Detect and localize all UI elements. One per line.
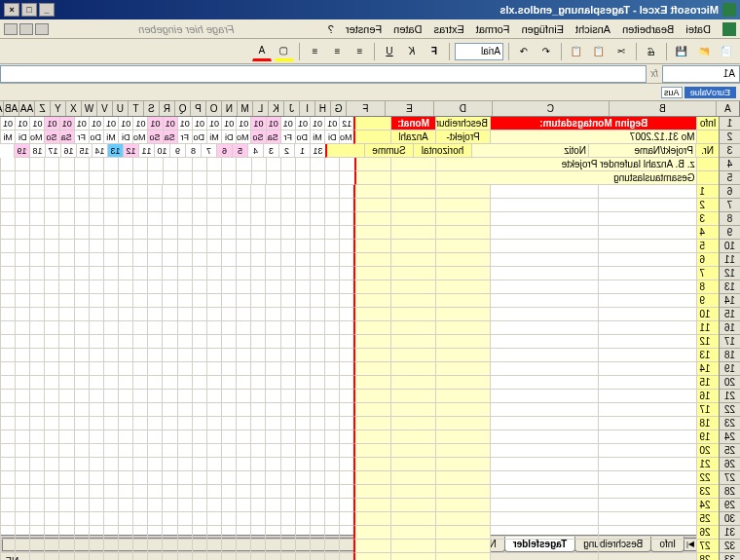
cell[interactable] [353, 526, 389, 540]
cell[interactable] [295, 158, 310, 171]
cell[interactable] [221, 417, 236, 430]
menu-edit[interactable]: Bearbeiten [616, 23, 680, 35]
cell[interactable] [103, 430, 118, 444]
cell[interactable] [280, 226, 295, 240]
cell[interactable]: 13 [696, 349, 719, 362]
menu-insert[interactable]: Einfügen [516, 23, 570, 35]
cell[interactable]: 18 [29, 144, 45, 158]
cell[interactable] [15, 212, 29, 226]
cell[interactable]: 2 [278, 144, 294, 158]
cell[interactable] [162, 240, 176, 253]
cell[interactable] [435, 499, 490, 512]
cell[interactable]: Nr. [695, 144, 719, 158]
cell[interactable] [15, 226, 29, 240]
cell[interactable] [29, 253, 44, 267]
cell[interactable] [250, 362, 265, 376]
cell[interactable] [132, 349, 147, 362]
cell[interactable] [435, 417, 490, 430]
cell[interactable] [103, 308, 118, 321]
cell[interactable] [118, 212, 132, 226]
cell[interactable] [89, 458, 103, 471]
cell[interactable] [89, 321, 103, 335]
cell[interactable] [236, 376, 250, 390]
cell[interactable] [310, 430, 324, 444]
cell[interactable] [58, 540, 73, 553]
cell[interactable] [339, 335, 353, 349]
cell[interactable]: 10 [696, 308, 719, 321]
cell[interactable] [324, 376, 339, 390]
new-icon[interactable]: 📄 [717, 42, 736, 61]
cell[interactable] [118, 458, 132, 471]
cell[interactable] [29, 362, 44, 376]
cell[interactable]: 9 [696, 294, 719, 308]
cell[interactable] [435, 349, 490, 362]
cell[interactable] [295, 526, 310, 540]
cell[interactable] [310, 349, 324, 362]
cell[interactable] [324, 417, 339, 430]
cell[interactable] [324, 485, 339, 499]
cell[interactable]: 01 [236, 117, 250, 131]
cell[interactable] [147, 335, 162, 349]
cell[interactable] [0, 158, 15, 171]
cell[interactable]: Mo 31.12.2007 [490, 131, 696, 144]
cell[interactable] [221, 540, 236, 553]
cell[interactable] [162, 199, 176, 212]
cell[interactable] [435, 308, 490, 321]
maximize-button[interactable]: □ [21, 3, 37, 17]
cell[interactable] [265, 471, 279, 485]
row-header-9[interactable]: 9 [719, 226, 740, 240]
column-header-N[interactable]: N [221, 101, 237, 116]
cell[interactable] [44, 212, 58, 226]
cell[interactable] [310, 512, 324, 526]
cell[interactable] [221, 471, 236, 485]
cell[interactable] [280, 362, 295, 376]
cell[interactable] [490, 512, 598, 526]
cell[interactable] [236, 240, 250, 253]
cell[interactable] [353, 267, 389, 280]
cell[interactable] [221, 321, 236, 335]
cell[interactable]: 5 [232, 144, 247, 158]
cell[interactable] [0, 253, 15, 267]
row-header-12[interactable]: 12 [719, 267, 740, 280]
cell[interactable] [490, 526, 598, 540]
cell[interactable] [0, 212, 15, 226]
cell[interactable] [192, 430, 206, 444]
column-header-P[interactable]: P [190, 101, 205, 116]
cell[interactable] [162, 267, 176, 280]
cell[interactable] [206, 212, 221, 226]
cell[interactable] [265, 212, 279, 226]
cell[interactable]: 01 [310, 117, 324, 131]
cell[interactable] [0, 458, 15, 471]
cell[interactable] [250, 226, 265, 240]
cell[interactable] [324, 185, 339, 199]
cell[interactable] [598, 321, 697, 335]
cell[interactable] [206, 226, 221, 240]
cell[interactable] [236, 171, 250, 185]
cell[interactable] [280, 485, 295, 499]
cell[interactable] [280, 267, 295, 280]
cell[interactable] [250, 499, 265, 512]
cell[interactable] [192, 403, 206, 417]
cell[interactable] [15, 294, 29, 308]
cell[interactable] [177, 158, 192, 171]
cell[interactable] [598, 499, 697, 512]
row-header-8[interactable]: 8 [719, 212, 740, 226]
cell[interactable] [0, 199, 15, 212]
cell[interactable] [598, 376, 697, 390]
cell[interactable] [192, 308, 206, 321]
cell[interactable] [89, 540, 103, 553]
cell[interactable] [103, 349, 118, 362]
cell[interactable] [339, 185, 353, 199]
formula-input[interactable] [0, 65, 647, 83]
cell[interactable] [490, 199, 598, 212]
cell[interactable] [598, 349, 697, 362]
cell[interactable] [353, 226, 389, 240]
cell[interactable] [89, 376, 103, 390]
cell[interactable] [15, 430, 29, 444]
cell[interactable]: 01 [29, 117, 44, 131]
cell[interactable] [118, 158, 132, 171]
cell[interactable] [206, 553, 221, 560]
cell[interactable] [192, 499, 206, 512]
cell[interactable] [192, 240, 206, 253]
cell[interactable] [435, 212, 490, 226]
